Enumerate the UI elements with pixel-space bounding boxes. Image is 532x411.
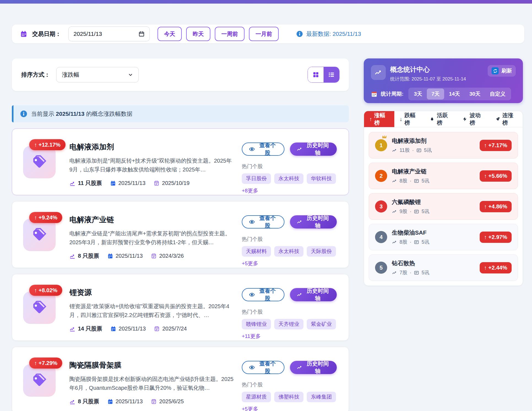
tab-gainers[interactable]: ↑涨幅榜 (364, 111, 394, 127)
date-value: 2025/11/13 (74, 31, 102, 37)
ranking-list: 1 电解液添加剂 11股· 5讯 ↑+7.17% (364, 127, 523, 286)
stats-column: 概念统计中心 统计范围: 2025-11-07 至 2025-11-14 刷新 (364, 58, 523, 286)
timeline-chart-icon (297, 146, 303, 152)
tab-losers[interactable]: ↓跌幅榜 (394, 111, 425, 127)
period-label: 统计周期: (381, 90, 403, 98)
grid-view-button[interactable] (308, 67, 324, 82)
tab-streak[interactable]: 连涨榜 (490, 111, 523, 127)
stock-tag[interactable]: 赣锋锂业 (242, 319, 271, 329)
up-arrow-icon: ↑ (34, 214, 37, 221)
rank-title: 钻石散热 (392, 259, 480, 267)
eye-icon (249, 219, 255, 225)
stock-tag[interactable]: 天赐材料 (242, 246, 271, 257)
concept-tag-icon (23, 146, 56, 178)
grid-icon (313, 71, 319, 78)
list-view-button[interactable] (324, 67, 339, 82)
sort-label: 排序方式： (21, 71, 50, 79)
calendar-icon (110, 180, 116, 186)
rank-meta: 8股· 5讯 (392, 178, 480, 184)
stock-tag[interactable]: 永太科技 (274, 246, 303, 257)
stock-tag[interactable]: 紫金矿业 (307, 319, 336, 329)
concept-tag-icon (23, 291, 56, 324)
news-icon (414, 240, 419, 245)
stock-tag[interactable]: 天齐锂业 (274, 319, 303, 329)
stock-tag[interactable]: 永太科技 (274, 173, 303, 184)
more-stocks-link[interactable]: +5更多 (242, 260, 258, 267)
sort-toolbar: 排序方式： 涨跌幅 (12, 58, 349, 91)
change-badge: ↑+8.02% (29, 285, 62, 296)
period-30d[interactable]: 30天 (465, 88, 485, 100)
period-custom[interactable]: 自定义 (485, 88, 510, 100)
rank-change-pill: ↑+5.66% (480, 170, 512, 182)
info-icon (20, 110, 27, 117)
history-timeline-button[interactable]: 历史时间轴 (290, 143, 337, 156)
view-stocks-button[interactable]: 查看个股 (242, 143, 284, 156)
stock-tag[interactable]: 佛塑科技 (274, 392, 303, 402)
ranking-item[interactable]: 4 生物柴油SAF 8股· 5讯 ↑+2.97% (369, 224, 518, 250)
ranking-item[interactable]: 3 六氟磷酸锂 9股· 5讯 ↑+4.86% (369, 193, 518, 220)
sort-select[interactable]: 涨跌幅 (56, 67, 139, 82)
week-ago-button[interactable]: 一周前 (215, 27, 245, 41)
stock-tag[interactable]: 孚日股份 (242, 173, 271, 184)
stock-chart-icon (69, 326, 75, 332)
ranking-item[interactable]: 5 钻石散热 7股· 5讯 ↑+2.44% (369, 254, 518, 281)
today-button[interactable]: 今天 (158, 27, 182, 41)
mini-chart-icon (392, 209, 397, 214)
hot-stock-tags: 星源材质 佛塑科技 东峰集团 +5更多 (242, 392, 337, 411)
mini-chart-icon (392, 178, 397, 184)
rank-title: 六氟磷酸锂 (392, 198, 480, 206)
stats-title: 概念统计中心 (390, 65, 488, 74)
up-arrow-icon: ↑ (34, 142, 37, 148)
latest-data-info: 最新数据: 2025/11/13 (296, 30, 361, 38)
period-3d[interactable]: 3天 (409, 88, 427, 100)
stock-tag[interactable]: 星源材质 (242, 392, 271, 402)
banner-text: 当前显示 2025/11/13 的概念涨跌幅数据 (31, 110, 132, 118)
concept-tag-icon (23, 364, 56, 397)
news-icon (414, 209, 419, 214)
concept-card: ↑+7.29% 陶瓷隔膜骨架膜 陶瓷隔膜骨架膜是技术创新驱动的固态电池产业链β升… (12, 347, 349, 411)
more-stocks-link[interactable]: +11更多 (242, 333, 261, 340)
ranking-item[interactable]: 1 电解液添加剂 11股· 5讯 ↑+7.17% (369, 132, 518, 159)
yesterday-button[interactable]: 昨天 (186, 27, 210, 41)
period-7d[interactable]: 7天 (427, 88, 444, 100)
more-stocks-link[interactable]: +5更多 (242, 405, 258, 411)
concept-description: 锂资源是“政策驱动+供给收缩”双重逻辑共振的投资主题。2025年4月，四川雅江官… (69, 302, 235, 319)
history-timeline-button[interactable]: 历史时间轴 (290, 215, 337, 229)
stock-tag[interactable]: 华软科技 (307, 173, 336, 184)
info-icon (296, 31, 303, 37)
stock-tag[interactable]: 天际股份 (307, 246, 336, 257)
ranking-item[interactable]: 2 电解液产业链 8股· 5讯 ↑+5.66% (369, 163, 518, 189)
concept-title: 电解液添加剂 (69, 142, 235, 152)
history-timeline-button[interactable]: 历史时间轴 (290, 288, 337, 301)
concept-description: 电解液添加剂是“周期反转+技术升级”双轮驱动的投资主题。2025年9月，山东孚日… (69, 156, 235, 174)
view-stocks-button[interactable]: 查看个股 (242, 215, 284, 229)
period-options: 3天 7天 14天 30天 自定义 (408, 88, 511, 100)
down-arrow-icon: ↓ (400, 116, 402, 122)
history-timeline-button[interactable]: 历史时间轴 (290, 361, 337, 374)
refresh-button[interactable]: 刷新 (488, 65, 516, 77)
tab-active[interactable]: 活跃榜 (424, 111, 457, 127)
concept-stats-center: 概念统计中心 统计范围: 2025-11-07 至 2025-11-14 刷新 (364, 58, 523, 103)
tab-volatility[interactable]: 波动榜 (457, 111, 490, 127)
stats-chart-icon (371, 65, 386, 80)
calendar-icon (20, 30, 27, 37)
view-stocks-button[interactable]: 查看个股 (242, 361, 284, 374)
chevron-down-icon (128, 72, 133, 77)
view-toggle (308, 67, 340, 83)
quick-date-buttons: 今天 昨天 一周前 一月前 (158, 27, 279, 41)
month-ago-button[interactable]: 一月前 (249, 27, 279, 41)
stats-range: 统计范围: 2025-11-07 至 2025-11-14 (390, 76, 488, 82)
period-14d[interactable]: 14天 (444, 88, 465, 100)
top-accent-bar (0, 0, 532, 4)
date-picker-icon[interactable] (139, 31, 145, 37)
concept-title: 陶瓷隔膜骨架膜 (69, 360, 235, 370)
timeline-chart-icon (297, 291, 303, 298)
stock-tag[interactable]: 东峰集团 (307, 392, 336, 402)
view-stocks-button[interactable]: 查看个股 (242, 288, 284, 301)
concept-description: 电解液产业链是“产能出清尾声+需求复苏初期”的拐点型投资主题。2025年3月，新… (69, 229, 235, 247)
concept-description: 陶瓷隔膜骨架膜是技术创新驱动的固态电池产业链β升级主题。2025年6月，Quan… (69, 375, 235, 392)
crown-icon (382, 135, 388, 139)
more-stocks-link[interactable]: +8更多 (242, 187, 258, 194)
hot-stocks-label: 热门个股 (242, 308, 337, 316)
date-input[interactable]: 2025/11/13 (68, 26, 150, 41)
